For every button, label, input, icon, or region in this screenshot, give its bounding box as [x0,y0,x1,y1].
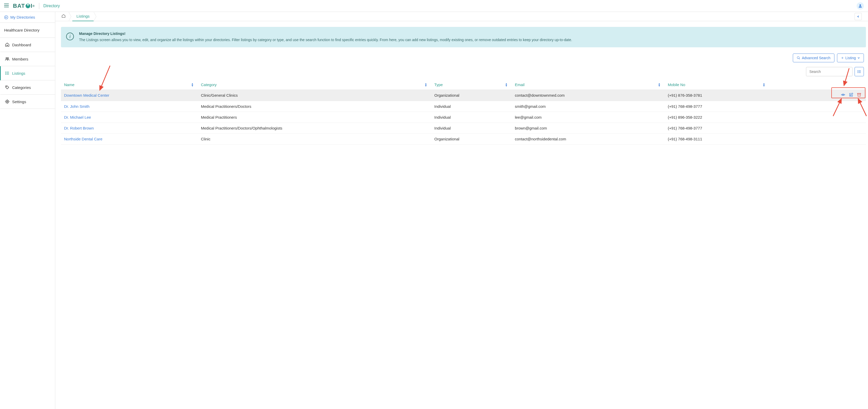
sort-icon: ▲▼ [763,83,765,87]
cell-mobile: (+91) 896-358-3222 [665,112,769,123]
cell-category: Medical Practitioners/Doctors [198,101,431,112]
cell-type: Individual [431,123,512,134]
cell-email: smith@gmail.com [512,101,665,112]
logo-reg: ® [33,4,35,7]
columns-button[interactable] [855,67,864,76]
svg-rect-28 [858,93,861,94]
add-listing-label: Listing [845,56,856,60]
sort-icon: ▲▼ [425,83,427,87]
divider [39,3,39,9]
svg-point-15 [6,86,7,87]
cell-category: Medical Practitioners [198,112,431,123]
cell-email: lee@gmail.com [512,112,665,123]
sidebar-item-label: Categories [12,85,31,90]
listing-link[interactable]: Dr. Michael Lee [64,115,91,119]
sidebar-item-label: Dashboard [12,43,31,47]
table-row[interactable]: Dr. Michael Lee Medical Practitioners In… [61,112,866,123]
table-row[interactable]: Northside Dental Care Clinic Organizatio… [61,134,866,145]
listing-link[interactable]: Dr. Robert Brown [64,126,94,130]
sidebar-item-label: Settings [12,99,26,104]
action-bar: Advanced Search Listing [61,54,866,62]
column-name[interactable]: Name▲▼ [61,80,198,89]
table-row[interactable]: Dr. Robert Brown Medical Practitioners/D… [61,123,866,134]
cell-actions [769,89,866,101]
edit-icon[interactable] [849,92,853,98]
chevron-down-icon [858,57,860,59]
logo[interactable]: BATI® [13,3,35,9]
breadcrumb: Listings [55,12,868,21]
back-label: My Directories [10,15,35,20]
list-icon [5,71,9,76]
column-category[interactable]: Category▲▼ [198,80,431,89]
info-banner-text: The Listings screen allows you to view, … [79,37,572,43]
info-banner-title: Manage Directory Listings! [79,32,572,36]
svg-point-7 [6,58,7,59]
svg-line-18 [799,58,800,59]
column-type[interactable]: Type▲▼ [431,80,512,89]
svg-point-13 [5,73,6,74]
breadcrumb-home-icon[interactable] [61,14,69,19]
back-to-directories[interactable]: My Directories [0,12,55,23]
cell-type: Individual [431,112,512,123]
app-name: Directory [43,4,60,8]
gear-icon [5,99,9,104]
cell-name: Dr. John Smith [61,101,198,112]
svg-point-27 [842,94,843,95]
column-mobile[interactable]: Mobile No▲▼ [665,80,769,89]
listing-link[interactable]: Downtown Medical Center [64,93,109,97]
tag-icon [5,85,9,90]
listings-table-wrap: Name▲▼ Category▲▼ Type▲▼ Email▲▼ Mobile … [61,80,866,145]
cell-mobile: (+91) 876-358-3781 [665,89,769,101]
breadcrumb-listings[interactable]: Listings [72,12,94,21]
listing-link[interactable]: Northside Dental Care [64,137,102,141]
sidebar-item-members[interactable]: Members [0,52,55,66]
table-row[interactable]: Dr. John Smith Medical Practitioners/Doc… [61,101,866,112]
listing-link[interactable]: Dr. John Smith [64,104,89,109]
cell-name: Dr. Robert Brown [61,123,198,134]
svg-point-4 [860,4,861,6]
cell-actions [769,101,866,112]
svg-point-12 [5,72,6,72]
sidebar-item-listings[interactable]: Listings [0,66,55,80]
cell-mobile: (+91) 768-498-3111 [665,134,769,145]
sort-icon: ▲▼ [505,83,507,87]
user-avatar[interactable] [857,2,864,9]
sidebar-item-categories[interactable]: Categories [0,80,55,95]
cell-type: Organizational [431,89,512,101]
collapse-button[interactable] [855,13,862,20]
cell-email: contact@northsidedental.com [512,134,665,145]
members-icon [5,57,9,61]
column-email[interactable]: Email▲▼ [512,80,665,89]
table-row[interactable]: Downtown Medical Center Clinic/General C… [61,89,866,101]
archive-icon[interactable] [857,92,861,98]
view-icon[interactable] [841,92,845,98]
svg-point-17 [797,57,799,59]
advanced-search-button[interactable]: Advanced Search [793,54,834,62]
cell-email: contact@downtownmed.com [512,89,665,101]
cell-category: Clinic [198,134,431,145]
search-icon [797,56,800,60]
listings-table: Name▲▼ Category▲▼ Type▲▼ Email▲▼ Mobile … [61,80,866,145]
list-icon [857,69,861,74]
cell-category: Clinic/General Clinics [198,89,431,101]
search-input[interactable] [806,67,852,76]
cell-name: Downtown Medical Center [61,89,198,101]
cell-actions [769,134,866,145]
menu-toggle-icon[interactable] [4,4,9,8]
svg-point-16 [7,101,8,103]
sidebar-item-label: Members [12,57,28,61]
cell-mobile: (+91) 768-498-3777 [665,101,769,112]
column-actions [769,80,866,89]
breadcrumb-separator [94,12,97,21]
home-icon [5,42,9,47]
add-listing-button[interactable]: Listing [837,54,864,62]
sort-icon: ▲▼ [191,83,194,87]
directory-title: Healthcare Directory [0,23,55,38]
sidebar: My Directories Healthcare Directory Dash… [0,12,55,409]
advanced-search-label: Advanced Search [802,56,831,60]
cell-actions [769,112,866,123]
sidebar-item-dashboard[interactable]: Dashboard [0,38,55,52]
sidebar-item-settings[interactable]: Settings [0,95,55,109]
cell-type: Individual [431,101,512,112]
cell-name: Dr. Michael Lee [61,112,198,123]
